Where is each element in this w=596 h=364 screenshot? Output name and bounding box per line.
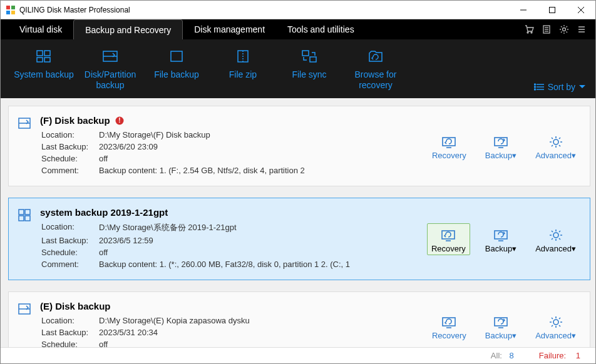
file-zip-button[interactable]: File zip: [210, 47, 276, 93]
window-title: QILING Disk Master Professional: [19, 6, 509, 14]
backup-icon: [485, 226, 516, 244]
svg-rect-43: [19, 210, 24, 215]
system-backup-icon: [11, 47, 77, 66]
advanced-button[interactable]: Advanced▾: [532, 224, 580, 255]
recovery-icon: [432, 313, 466, 331]
advanced-button[interactable]: Advanced▾: [532, 131, 580, 161]
comment-value: Backup content: 1. (F:, 2.54 GB, Ntfs/2,…: [99, 165, 310, 176]
schedule-label: Schedule:: [41, 153, 98, 164]
chevron-down-icon: [579, 85, 585, 89]
system-backup-button[interactable]: System backup: [11, 47, 77, 93]
menu-icon[interactable]: [573, 19, 590, 39]
last-backup-label: Last Backup:: [41, 327, 98, 338]
backup-name: (E) Disk backup: [40, 301, 111, 311]
menubar: Virtual disk Backup and Recovery Disk ma…: [1, 19, 595, 39]
svg-rect-44: [25, 210, 30, 215]
file-sync-button[interactable]: File sync: [276, 47, 342, 93]
tab-virtual-disk[interactable]: Virtual disk: [8, 19, 73, 39]
svg-rect-5: [550, 7, 555, 13]
last-backup-value: 2023/6/20 23:09: [99, 141, 310, 152]
error-icon: !: [115, 116, 124, 125]
backup-button[interactable]: Backup▾: [481, 131, 520, 161]
backup-button[interactable]: Backup▾: [481, 311, 520, 341]
svg-rect-45: [19, 216, 24, 221]
status-failure-label: Failure:: [539, 351, 566, 360]
file-backup-icon: [143, 47, 210, 66]
toolbar: System backup Disk/Partition backup File…: [1, 39, 595, 98]
svg-rect-3: [11, 11, 15, 14]
svg-rect-26: [302, 51, 309, 56]
schedule-label: Schedule:: [41, 247, 98, 258]
browse-recovery-button[interactable]: Browse for recovery: [342, 47, 409, 93]
location-value: D:\My Storage\(F) Disk backup: [99, 129, 310, 140]
file-zip-icon: [210, 47, 276, 66]
sort-by-button[interactable]: Sort by: [534, 82, 585, 92]
schedule-label: Schedule:: [41, 339, 98, 347]
gear-icon: [535, 133, 576, 151]
svg-rect-19: [44, 51, 50, 56]
svg-point-14: [563, 28, 566, 31]
svg-text:!: !: [118, 117, 120, 124]
gear-icon: [535, 313, 576, 331]
svg-point-8: [527, 32, 528, 33]
last-backup-value: 2023/5/31 20:34: [99, 327, 255, 338]
schedule-value: off: [99, 339, 255, 347]
log-icon[interactable]: [538, 19, 555, 39]
comment-value: Backup content: 1. (*:, 260.00 MB, Fat32…: [99, 259, 355, 270]
svg-point-33: [534, 89, 535, 90]
settings-icon[interactable]: [555, 19, 573, 39]
svg-point-51: [553, 233, 558, 238]
location-label: Location:: [41, 315, 98, 326]
location-value: D:\My Storage\(E) Kopia zapasowa dysku: [99, 315, 255, 326]
svg-rect-21: [44, 58, 50, 62]
partition-backup-button[interactable]: Disk/Partition backup: [77, 47, 143, 93]
maximize-button[interactable]: [538, 1, 567, 19]
tab-tools-and-utilities[interactable]: Tools and utilities: [276, 19, 366, 39]
svg-rect-1: [11, 6, 15, 9]
statusbar: All: 8 Failure: 1: [1, 347, 595, 363]
system-icon: [18, 207, 33, 271]
svg-rect-0: [6, 6, 10, 9]
svg-point-9: [531, 32, 532, 33]
recovery-button[interactable]: Recovery: [428, 311, 470, 341]
svg-point-31: [534, 84, 535, 85]
disk-icon: [18, 115, 33, 177]
backup-list: (F) Disk backup!Location:D:\My Storage\(…: [1, 98, 595, 347]
backup-item[interactable]: (E) Disk backupLocation:D:\My Storage\(E…: [8, 291, 590, 347]
last-backup-label: Last Backup:: [41, 235, 98, 246]
close-button[interactable]: [567, 1, 595, 19]
recovery-icon: [431, 226, 466, 244]
recovery-button[interactable]: Recovery: [427, 223, 470, 255]
schedule-value: off: [99, 153, 310, 164]
svg-rect-2: [6, 11, 10, 14]
schedule-value: off: [99, 247, 355, 258]
last-backup-value: 2023/6/5 12:59: [99, 235, 355, 246]
location-label: Location:: [41, 129, 98, 140]
backup-name: system backup 2019-1-21gpt: [40, 207, 168, 218]
recovery-icon: [432, 133, 466, 151]
location-value: D:\My Storage\系统备份 2019-1-21gpt: [99, 221, 355, 234]
backup-name: (F) Disk backup: [40, 115, 110, 126]
svg-rect-18: [37, 51, 43, 56]
svg-rect-27: [310, 57, 316, 62]
minimize-button[interactable]: [509, 1, 538, 19]
tab-disk-management[interactable]: Disk management: [183, 19, 276, 39]
status-all-value: 8: [510, 351, 514, 360]
backup-icon: [485, 133, 516, 151]
cart-icon[interactable]: [520, 19, 538, 39]
last-backup-label: Last Backup:: [41, 141, 98, 152]
gear-icon: [535, 226, 576, 244]
svg-point-32: [534, 86, 535, 88]
tab-backup-and-recovery[interactable]: Backup and Recovery: [73, 19, 183, 39]
titlebar: QILING Disk Master Professional: [1, 1, 595, 19]
file-backup-button[interactable]: File backup: [143, 47, 210, 93]
svg-point-58: [553, 320, 558, 325]
backup-button[interactable]: Backup▾: [481, 224, 520, 255]
backup-item[interactable]: system backup 2019-1-21gptLocation:D:\My…: [8, 198, 590, 280]
recovery-button[interactable]: Recovery: [428, 131, 470, 161]
advanced-button[interactable]: Advanced▾: [532, 311, 580, 341]
partition-backup-icon: [77, 47, 143, 66]
backup-icon: [485, 313, 516, 331]
backup-item[interactable]: (F) Disk backup!Location:D:\My Storage\(…: [8, 106, 590, 186]
svg-rect-20: [37, 58, 43, 62]
